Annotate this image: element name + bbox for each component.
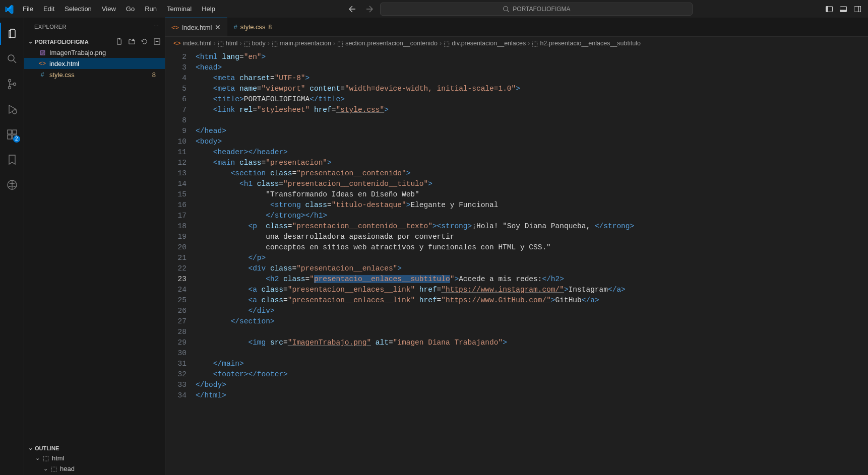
chevron-down-icon: ⌄ — [28, 38, 33, 45]
menu-edit[interactable]: Edit — [38, 0, 59, 18]
explorer-header: EXPLORER ⋯ — [24, 18, 165, 35]
tab-label: style.css — [240, 23, 266, 31]
new-file-icon[interactable] — [115, 38, 123, 45]
menu-go[interactable]: Go — [121, 0, 140, 18]
svg-rect-12 — [8, 130, 12, 134]
svg-rect-5 — [854, 6, 861, 12]
breadcrumb-item: ⬚div.presentacion__enlaces — [444, 40, 526, 47]
menu-help[interactable]: Help — [197, 0, 220, 18]
editor-tabs: <> index.html ✕ # style.css 8 — [165, 18, 868, 37]
file-item-index[interactable]: <> index.html — [24, 58, 165, 69]
title-bar: File Edit Selection View Go Run Terminal… — [0, 0, 868, 18]
chevron-right-icon: › — [239, 40, 241, 47]
menu-selection[interactable]: Selection — [59, 0, 96, 18]
title-center: PORTAFOLIOFIGMA — [220, 3, 819, 16]
symbol-icon: ⬚ — [244, 40, 250, 47]
toggle-panel-icon[interactable] — [838, 4, 849, 15]
activity-explorer-icon[interactable] — [0, 23, 24, 45]
tab-index-html[interactable]: <> index.html ✕ — [165, 18, 227, 36]
html-file-icon: <> — [171, 24, 179, 31]
tab-style-css[interactable]: # style.css 8 — [227, 18, 278, 36]
layout-controls — [819, 4, 868, 15]
vscode-logo-icon — [0, 5, 18, 14]
html-file-icon: <> — [173, 40, 181, 47]
outline-item-html[interactable]: ⌄ ⬚ html — [24, 453, 165, 463]
symbol-icon: ⬚ — [51, 465, 57, 472]
file-modified-badge: 8 — [152, 71, 160, 79]
css-file-icon: # — [233, 23, 237, 31]
svg-point-0 — [504, 6, 508, 11]
folder-name: PORTAFOLIOFIGMA — [35, 39, 89, 45]
svg-point-10 — [13, 83, 16, 86]
symbol-icon: ⬚ — [218, 40, 224, 47]
activity-extensions-icon[interactable]: 2 — [0, 123, 24, 146]
outline-section: ⌄ OUTLINE ⌄ ⬚ html ⌄ ⬚ head — [24, 442, 165, 475]
nav-forward-icon[interactable] — [363, 3, 376, 16]
svg-rect-2 — [826, 6, 828, 12]
editor-group: <> index.html ✕ # style.css 8 <>index.ht… — [165, 18, 868, 475]
activity-bookmark-icon[interactable] — [0, 149, 24, 171]
extensions-badge: 2 — [13, 135, 20, 143]
refresh-icon[interactable] — [141, 38, 148, 45]
chevron-right-icon: › — [528, 40, 530, 47]
activity-liveshare-icon[interactable] — [0, 174, 24, 196]
symbol-icon: ⬚ — [444, 40, 450, 47]
folder-header[interactable]: ⌄ PORTAFOLIOFIGMA — [24, 36, 165, 47]
collapse-icon[interactable] — [153, 38, 161, 45]
chevron-down-icon: ⌄ — [28, 445, 33, 451]
line-gutter: 2345678910111213141516171819202122232425… — [165, 50, 196, 475]
image-file-icon: ▨ — [38, 48, 46, 56]
code-content[interactable]: <html lang="en"><head> <meta charset="UT… — [196, 50, 868, 475]
svg-point-8 — [8, 80, 11, 82]
code-editor[interactable]: 2345678910111213141516171819202122232425… — [165, 50, 868, 475]
folder-actions — [115, 38, 161, 45]
explorer-folder: ⌄ PORTAFOLIOFIGMA ▨ ImagenTrabajo.png <>… — [24, 35, 165, 81]
svg-rect-13 — [8, 135, 12, 139]
breadcrumb-item: ⬚h2.presentacio__enlaces__subtitulo — [532, 40, 640, 47]
menu-run[interactable]: Run — [140, 0, 162, 18]
explorer-sidebar: EXPLORER ⋯ ⌄ PORTAFOLIOFIGMA ▨ ImagenTra… — [24, 18, 165, 475]
toggle-secondary-sidebar-icon[interactable] — [852, 4, 863, 15]
symbol-icon: ⬚ — [272, 40, 278, 47]
breadcrumb-item: ⬚html — [218, 40, 238, 47]
activity-source-control-icon[interactable] — [0, 73, 24, 95]
chevron-right-icon: › — [440, 40, 442, 47]
breadcrumbs[interactable]: <>index.html › ⬚html › ⬚body › ⬚main.pre… — [165, 37, 868, 50]
menu-view[interactable]: View — [97, 0, 121, 18]
file-name: style.css — [49, 71, 75, 79]
outline-item-head[interactable]: ⌄ ⬚ head — [24, 463, 165, 474]
search-icon — [503, 6, 510, 13]
command-center-label: PORTAFOLIOFIGMA — [513, 6, 570, 13]
explorer-more-icon[interactable]: ⋯ — [153, 23, 159, 30]
activity-run-debug-icon[interactable] — [0, 98, 24, 120]
menu-file[interactable]: File — [18, 0, 38, 18]
tab-label: index.html — [182, 24, 212, 31]
menu-terminal[interactable]: Terminal — [162, 0, 197, 18]
toggle-primary-sidebar-icon[interactable] — [824, 4, 835, 15]
activity-bar: 2 — [0, 18, 24, 475]
close-icon[interactable]: ✕ — [215, 23, 221, 31]
explorer-title: EXPLORER — [34, 24, 67, 30]
breadcrumb-item: ⬚body — [244, 40, 266, 47]
new-folder-icon[interactable] — [128, 38, 136, 45]
file-item-style[interactable]: # style.css 8 — [24, 69, 165, 80]
outline-header[interactable]: ⌄ OUTLINE — [24, 443, 165, 453]
symbol-icon: ⬚ — [43, 454, 49, 462]
outline-label: head — [60, 465, 75, 472]
file-name: ImagenTrabajo.png — [49, 49, 106, 56]
file-item-image[interactable]: ▨ ImagenTrabajo.png — [24, 47, 165, 58]
nav-back-icon[interactable] — [346, 3, 359, 16]
chevron-right-icon: › — [214, 40, 216, 47]
command-center[interactable]: PORTAFOLIOFIGMA — [380, 3, 693, 16]
outline-label: html — [52, 454, 65, 462]
chevron-down-icon: ⌄ — [43, 465, 48, 472]
menu-bar: File Edit Selection View Go Run Terminal… — [18, 0, 220, 18]
breadcrumb-item: ⬚section.presentacion__contenido — [337, 40, 438, 47]
chevron-down-icon: ⌄ — [35, 455, 40, 461]
css-file-icon: # — [38, 71, 46, 79]
svg-rect-15 — [13, 130, 17, 134]
activity-search-icon[interactable] — [0, 48, 24, 70]
tab-modified-badge: 8 — [269, 24, 272, 31]
html-file-icon: <> — [38, 59, 46, 67]
breadcrumb-item: ⬚main.presentacion — [272, 40, 331, 47]
